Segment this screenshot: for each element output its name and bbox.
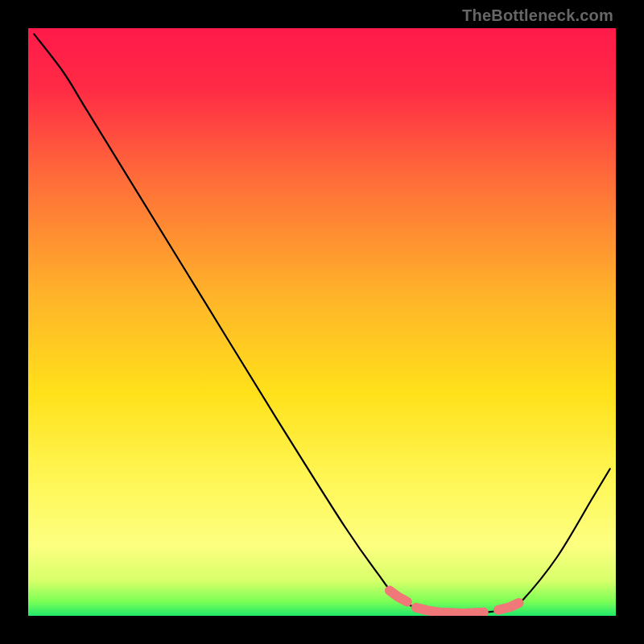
attribution-text: TheBottleneck.com: [462, 6, 613, 25]
chart-frame: TheBottleneck.com: [0, 0, 644, 644]
optimal-range-marker: [390, 591, 407, 602]
optimal-range-marker: [416, 608, 484, 613]
plot-area: [28, 28, 616, 616]
optimal-range-marker: [498, 603, 519, 610]
bottleneck-curve: [28, 28, 616, 616]
